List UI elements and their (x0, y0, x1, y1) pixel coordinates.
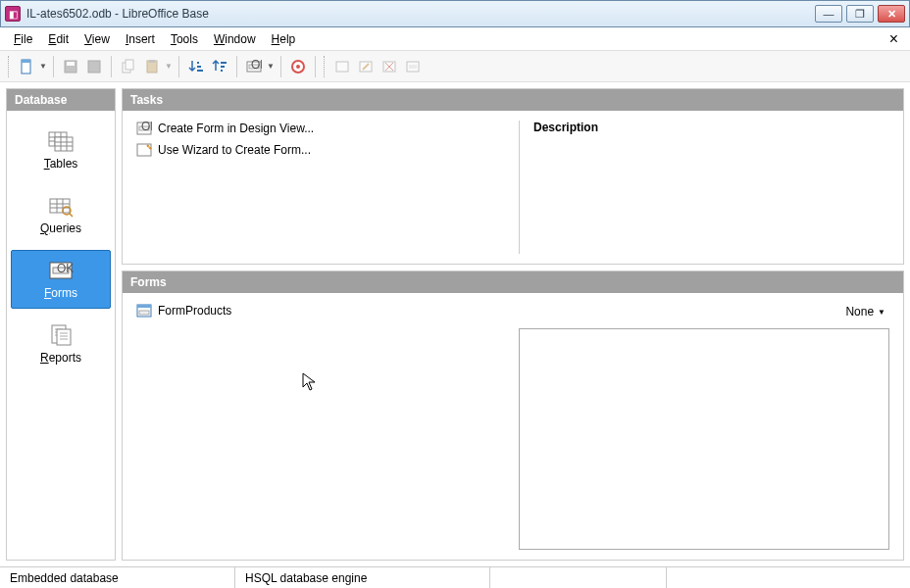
paste-button[interactable] (141, 56, 163, 77)
sidebar-header: Database (7, 89, 115, 111)
form-item-label: FormProducts (158, 304, 231, 318)
description-label: Description (533, 121, 889, 134)
description-panel: Description (519, 121, 889, 254)
svg-point-19 (296, 65, 300, 69)
svg-rect-35 (50, 199, 70, 213)
save-as-button[interactable] (83, 56, 105, 77)
sort-desc-button[interactable] (209, 56, 230, 77)
svg-rect-4 (88, 61, 100, 73)
document-close-button[interactable]: × (884, 30, 904, 48)
rename-object-button[interactable] (402, 56, 424, 77)
form-button[interactable]: OK (243, 56, 265, 77)
svg-rect-49 (57, 329, 71, 345)
svg-rect-6 (126, 60, 133, 70)
form-wizard-icon (136, 142, 152, 158)
window-title: IL-ates6502.odb - LibreOffice Base (26, 7, 815, 21)
form-item-formproducts[interactable]: FormProducts (136, 303, 509, 318)
menu-edit[interactable]: Edit (40, 29, 76, 49)
sidebar-item-label: Forms (44, 286, 77, 300)
sidebar-item-queries[interactable]: Queries (11, 185, 111, 244)
tasks-section: Tasks OK Create Form in Design View... U… (122, 88, 904, 265)
toolbar-separator (280, 56, 281, 77)
sidebar-item-label: Tables (44, 157, 78, 171)
task-create-form-design[interactable]: OK Create Form in Design View... (136, 121, 509, 136)
menubar: File Edit View Insert Tools Window Help … (0, 27, 910, 51)
maximize-icon: ❐ (855, 9, 865, 20)
toolbar-separator (315, 56, 316, 77)
menu-view[interactable]: View (76, 29, 118, 49)
tasks-header: Tasks (123, 89, 903, 111)
new-doc-dropdown[interactable]: ▼ (39, 62, 47, 71)
menu-window[interactable]: Window (206, 29, 264, 49)
form-dropdown[interactable]: ▼ (267, 62, 275, 71)
svg-rect-59 (137, 305, 151, 308)
delete-object-button[interactable] (379, 56, 400, 77)
status-cell-4 (667, 567, 910, 588)
svg-rect-1 (22, 60, 30, 63)
minimize-button[interactable]: — (815, 5, 842, 23)
sidebar-item-label: Reports (40, 351, 81, 365)
toolbar-separator (111, 56, 112, 77)
svg-text:OK: OK (251, 59, 262, 72)
reports-icon (47, 323, 75, 347)
svg-rect-8 (149, 60, 155, 63)
preview-box (519, 328, 889, 550)
database-sidebar: Database Tables Queries OK Forms Reports (6, 88, 116, 561)
task-label: Create Form in Design View... (158, 122, 314, 135)
tasks-body: OK Create Form in Design View... Use Wiz… (123, 111, 903, 264)
forms-header: Forms (123, 271, 903, 293)
edit-object-button[interactable] (355, 56, 377, 77)
open-object-button[interactable] (331, 56, 353, 77)
tables-icon (47, 129, 75, 153)
window-buttons: — ❐ ✕ (815, 5, 905, 23)
statusbar: Embedded database HSQL database engine (0, 566, 910, 588)
svg-rect-30 (55, 137, 73, 151)
menu-insert[interactable]: Insert (118, 29, 163, 49)
svg-rect-11 (197, 70, 203, 72)
svg-rect-20 (336, 62, 348, 72)
new-doc-button[interactable] (16, 56, 37, 77)
forms-icon: OK (47, 259, 75, 282)
form-icon (136, 303, 152, 318)
paste-dropdown[interactable]: ▼ (165, 62, 173, 71)
forms-list: FormProducts (136, 303, 509, 550)
titlebar: ◧ IL-ates6502.odb - LibreOffice Base — ❐… (0, 0, 910, 27)
maximize-button[interactable]: ❐ (846, 5, 874, 23)
toolbar-separator (178, 56, 179, 77)
copy-button[interactable] (118, 56, 139, 77)
close-button[interactable]: ✕ (878, 5, 905, 23)
save-button[interactable] (60, 56, 81, 77)
toolbar-grip[interactable] (8, 56, 12, 77)
svg-rect-12 (221, 62, 227, 64)
sidebar-item-forms[interactable]: OK Forms (11, 250, 111, 309)
menu-help[interactable]: Help (264, 29, 304, 49)
task-label: Use Wizard to Create Form... (158, 143, 311, 157)
sidebar-item-tables[interactable]: Tables (11, 121, 111, 179)
toolbar-grip[interactable] (324, 56, 328, 77)
help-button[interactable] (287, 56, 309, 77)
svg-rect-9 (197, 62, 199, 64)
svg-rect-14 (221, 70, 223, 72)
svg-rect-13 (221, 66, 225, 68)
sidebar-item-reports[interactable]: Reports (11, 315, 111, 373)
close-icon: ✕ (887, 9, 896, 20)
menu-file[interactable]: File (6, 29, 40, 49)
preview-mode-label: None (845, 305, 874, 318)
svg-rect-10 (197, 66, 201, 68)
sidebar-nav: Tables Queries OK Forms Reports (7, 111, 115, 560)
menu-tools[interactable]: Tools (163, 29, 206, 49)
sidebar-item-label: Queries (40, 221, 81, 235)
status-cell-3 (490, 567, 667, 588)
forms-body: FormProducts None ▼ (123, 293, 903, 560)
sort-asc-button[interactable] (185, 56, 207, 77)
forms-preview-area: None ▼ (519, 303, 889, 550)
preview-mode-dropdown[interactable]: None ▼ (841, 303, 889, 320)
task-form-wizard[interactable]: Use Wizard to Create Form... (136, 142, 509, 158)
svg-text:OK: OK (57, 262, 74, 275)
svg-line-41 (70, 214, 73, 217)
app-icon: ◧ (5, 6, 21, 22)
forms-section: Forms FormProducts None ▼ (122, 270, 904, 561)
toolbar-separator (53, 56, 54, 77)
toolbar-separator (236, 56, 237, 77)
status-engine: HSQL database engine (235, 567, 490, 588)
